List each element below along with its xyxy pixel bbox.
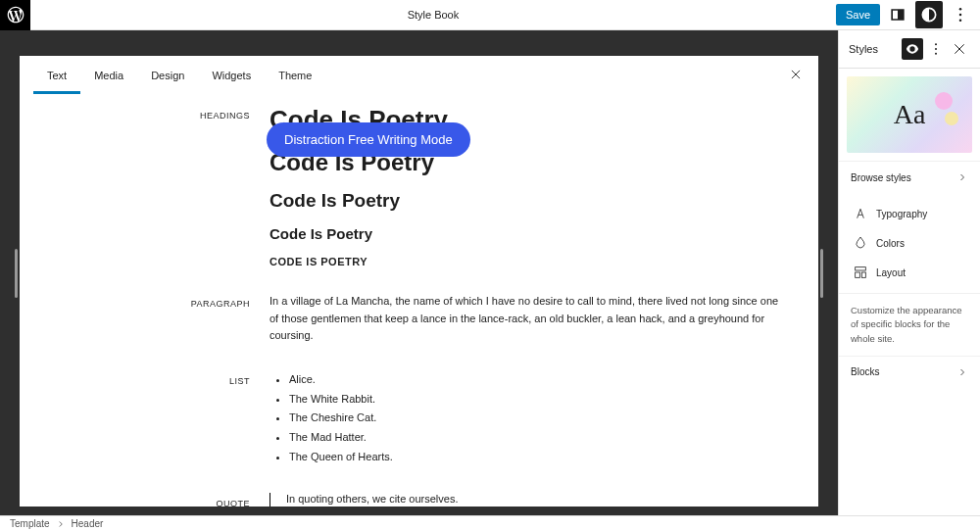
sidebar-item-typography[interactable]: Typography [839,199,980,228]
chevron-right-icon [956,171,968,183]
svg-point-5 [935,53,937,55]
list-item: The Cheshire Cat. [289,409,789,428]
sidebar-icon [888,5,907,24]
layout-icon [853,265,868,280]
quote-text: In quoting others, we cite ourselves. [270,493,789,507]
top-bar: Style Book Save [0,0,980,30]
sidebar-item-label: Layout [876,267,906,278]
styles-toggle-button[interactable] [915,1,943,28]
top-actions: Save [836,1,980,28]
tab-theme[interactable]: Theme [265,66,325,94]
list-item: The Mad Hatter. [289,428,789,448]
svg-point-2 [959,20,962,23]
paragraph-text: In a village of La Mancha, the name of w… [270,293,789,345]
style-book-canvas: Text Media Design Widgets Theme Distract… [20,56,818,507]
sidebar-item-colors[interactable]: Colors [839,228,980,258]
styles-sidebar: Styles Aa Browse styles Typography Color… [838,30,980,515]
view-toggle-button[interactable] [884,1,911,28]
dots-vertical-icon [951,5,970,24]
chevron-right-icon [56,519,66,529]
svg-point-3 [935,43,937,45]
svg-rect-7 [856,272,860,277]
section-quote: QUOTE In quoting others, we cite ourselv… [20,493,789,507]
sidebar-description: Customize the appearance of specific blo… [839,293,980,356]
crumb-template[interactable]: Template [10,518,50,529]
blocks-label: Blocks [851,366,879,377]
stylebook-toggle-button[interactable] [902,38,923,60]
sidebar-header: Styles [839,30,980,69]
resize-handle-right[interactable] [820,249,823,298]
colors-icon [853,235,868,251]
sidebar-item-label: Colors [876,238,905,249]
close-stylebook-button[interactable] [787,66,805,83]
tab-design[interactable]: Design [137,66,198,94]
list-item: Alice. [289,370,789,390]
tab-media[interactable]: Media [80,66,137,94]
canvas-body[interactable]: HEADINGS Code Is Poetry Code Is Poetry C… [20,95,818,507]
callout-pill: Distraction Free Writing Mode [267,122,470,157]
sidebar-item-label: Typography [876,209,927,219]
sidebar-close-button[interactable] [949,38,970,60]
list-item: The White Rabbit. [289,390,789,410]
color-dot [935,92,953,110]
contrast-icon [919,5,939,24]
sidebar-options-button[interactable] [925,38,947,60]
section-list: LIST Alice. The White Rabbit. The Cheshi… [20,370,789,467]
browse-styles-label: Browse styles [851,172,911,183]
resize-handle-left[interactable] [15,249,18,298]
blocks-row[interactable]: Blocks [839,356,980,388]
color-dot [945,112,958,125]
browse-styles-row[interactable]: Browse styles [839,161,980,193]
heading-4: Code Is Poetry [270,225,789,242]
sidebar-item-layout[interactable]: Layout [839,258,980,287]
save-button[interactable]: Save [836,4,880,25]
eye-icon [905,41,920,57]
breadcrumb: Template Header [0,515,980,531]
wordpress-icon [6,5,25,24]
list-content: Alice. The White Rabbit. The Cheshire Ca… [270,370,789,467]
style-preview[interactable]: Aa [847,76,972,153]
svg-point-1 [959,14,962,17]
section-label: HEADINGS [20,105,270,267]
section-paragraph: PARAGRAPH In a village of La Mancha, the… [20,293,789,345]
tab-widgets[interactable]: Widgets [198,66,265,94]
svg-rect-8 [861,272,865,277]
canvas-tabs: Text Media Design Widgets Theme [20,56,818,95]
sidebar-title: Styles [849,43,878,55]
tab-text[interactable]: Text [33,66,80,94]
section-label: QUOTE [20,493,270,507]
heading-5: CODE IS POETRY [270,256,789,267]
svg-point-0 [959,8,962,10]
dots-vertical-icon [928,41,944,57]
svg-point-4 [935,48,937,50]
close-icon [952,41,967,57]
section-label: LIST [20,370,270,467]
svg-rect-6 [856,267,866,270]
typography-icon [853,206,868,221]
wordpress-logo[interactable] [0,0,30,30]
canvas-wrapper: Text Media Design Widgets Theme Distract… [0,30,838,515]
close-icon [789,68,803,81]
section-label: PARAGRAPH [20,293,270,345]
crumb-header[interactable]: Header [72,518,104,529]
chevron-right-icon [956,366,968,378]
preview-text: Aa [894,99,926,130]
options-button[interactable] [947,1,974,28]
heading-3: Code Is Poetry [270,190,789,212]
page-title: Style Book [30,9,836,21]
style-categories: Typography Colors Layout [839,193,980,293]
list-item: The Queen of Hearts. [289,448,789,467]
